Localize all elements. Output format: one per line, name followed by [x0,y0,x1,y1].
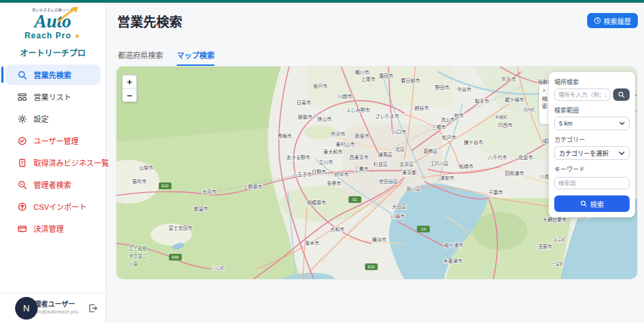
logo-jp-name: オートリーチプロ [0,47,106,58]
tab-map-search[interactable]: マップ検索 [177,49,214,66]
panel-search-button[interactable]: 検索 [554,195,630,212]
map-label: さいたま市 [375,113,399,119]
map-label: 上野原市 [243,184,262,190]
map-label: 文京区 [399,161,414,167]
map-label: 越谷市 [414,105,429,111]
sidebar-item-acquired-business[interactable]: 取得済みビジネス一覧 [5,152,101,173]
map-label: 茂原市 [538,243,552,250]
map-label: 笛吹市 [132,178,147,184]
map-label: 八王子市 [293,171,312,178]
sidebar-item-sales-list[interactable]: 営業リスト [5,86,101,107]
map-container: E20E1E16CAE68 山梨市笛吹市大月市上野原市都留市富士吉田市小山町青梅… [116,67,637,279]
sidebar-item-label: 営業リスト [34,91,71,102]
map-label: ふじみ野市 [346,107,370,113]
map-label: 木更津市 [443,258,462,264]
map-label: 小山町 [212,265,225,271]
star-icon: ★ [74,32,81,40]
search-history-button[interactable]: 検索履歴 [587,13,638,28]
map-label: 大和市 [330,226,345,232]
map-label: 都留市 [194,206,208,212]
map-label: 日野市 [312,169,326,175]
category-select[interactable]: カテゴリーを選択 [554,146,630,160]
sidebar: 思いのままに自動リーチ Auto Reach Pro ★ オートリーチプロ 営業… [0,3,106,323]
map-label: 横浜市 [372,237,386,243]
map-label: 品川区 [406,187,421,192]
search-icon [18,71,27,80]
user-box: 管理者ユーザー admin@autoreach.pro N [0,293,106,323]
zoom-in-button[interactable]: + [123,75,136,88]
keyword-input[interactable] [554,177,630,189]
map-label: 取手市 [475,98,489,104]
map-label: 東京都 [402,169,417,176]
svg-text:E1: E1 [353,198,358,202]
logout-icon[interactable] [88,303,97,315]
road-badge: E1 [349,197,361,203]
sidebar-item-label: 営業先検索 [34,69,71,80]
road-badge: CA [417,226,430,232]
zoom-out-button[interactable]: − [123,88,136,101]
building-icon [18,158,27,167]
map-label: 利根町 [495,115,508,120]
map-label: 浦安市 [440,175,454,181]
keyword-label: キーワード [554,165,630,174]
map-label: 印西市 [498,122,512,128]
map-label: 相模原市 [307,200,326,206]
map-label: 青梅市 [277,133,292,139]
sidebar-item-label: CSVインポート [34,201,87,212]
app-logo: 思いのままに自動リーチ Auto Reach Pro ★ オートリーチプロ [0,3,106,58]
map-label: 世田谷区 [379,178,398,184]
map-label: 一宮町 [552,261,564,267]
map-label: あきる野市 [286,154,310,160]
map-label: 西東京市 [349,154,369,160]
map-label: 川口市 [392,129,406,135]
map-label: 袖ケ浦市 [444,242,463,248]
place-search-label: 場所検索 [554,77,630,86]
panel-collapse-tab[interactable]: › 検索 [539,84,549,124]
sidebar-item-sales-search[interactable]: 営業先検索 [5,64,101,85]
sidebar-item-label: 管理者検索 [34,179,71,190]
map-label: 白子町 [554,237,566,243]
map-label: 北区 [395,147,405,152]
tab-prefecture-search[interactable]: 都道府県検索 [118,49,163,66]
map-label: 狭山市 [317,116,332,122]
chevron-down-icon [619,121,625,125]
map-label: 河内町 [523,107,535,112]
map-label: 牛久市 [501,76,516,82]
map-label: 山梨市 [139,165,153,171]
map-label: 葛飾区 [423,148,438,154]
map-label: 多摩市 [327,180,341,187]
avatar[interactable]: N [15,297,38,320]
search-icon [580,200,587,207]
map-label: 龍ケ崎市 [505,97,524,103]
sidebar-menu: 営業先検索 営業リスト 設定 [0,63,106,240]
map-label: 川越市 [338,93,352,99]
map-label: 東大和市 [323,149,343,155]
sidebar-item-user-management[interactable]: ユーザー管理 [5,130,101,151]
sidebar-item-settings[interactable]: 設定 [5,108,101,129]
map-label: 船橋市 [459,163,473,169]
sidebar-item-payment-management[interactable]: 決済管理 [5,218,101,239]
logo-word-reachpro: Reach Pro ★ [0,31,106,40]
map-label: 府中市 [334,171,349,178]
chevron-right-icon: › [543,87,545,94]
range-select[interactable]: 5 km [554,117,630,130]
map-label: 春日部市 [401,77,420,84]
sidebar-item-csv-import[interactable]: CSVインポート [5,196,101,217]
sidebar-item-label: 決済管理 [34,223,64,234]
svg-text:CA: CA [421,227,426,231]
map-label: 大田区 [392,204,406,210]
logo-word-auto: Auto [34,12,71,31]
map-label: 所沢市 [331,131,345,137]
map-label: 松戸市 [442,134,456,141]
arrow-icon [58,6,81,24]
map-label: 柏市 [454,112,464,119]
map-label: 上尾市 [361,76,375,82]
map-label: 日高市 [297,99,311,106]
map-label: 大月市 [202,189,216,195]
road-badge: E68 [169,254,182,261]
sidebar-item-admin-search[interactable]: 管理者検索 [5,174,101,195]
place-search-button[interactable] [613,88,630,101]
place-input[interactable] [554,88,610,101]
sidebar-item-label: 取得済みビジネス一覧 [34,157,109,168]
map-label: 飯能市 [298,114,312,120]
